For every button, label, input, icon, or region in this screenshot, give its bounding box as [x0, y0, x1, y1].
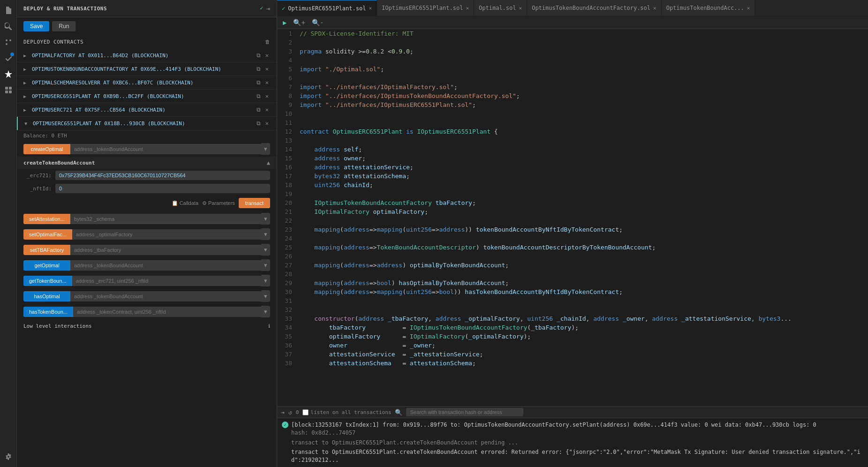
contract-item-tbafactory[interactable]: ▶ OPTIMUSTOKENBOUNDACCOUNTFACTORY AT 0X6… [17, 62, 277, 76]
sidebar-icon-search[interactable] [2, 20, 15, 33]
create-optimal-button[interactable]: createOptimal [23, 144, 70, 154]
ctba-header[interactable]: createTokenBoundAccount ▲ [17, 157, 277, 169]
tab-optimustokenbound[interactable]: OptimusTokenBoundAccountFactory.sol ✕ [527, 0, 662, 16]
deploy-panel-content: Deployed Contracts 🗑 ▶ OPTIMALFACTORY AT… [17, 35, 277, 467]
terminal-listen-checkbox[interactable]: listen on all transactions [302, 409, 391, 415]
code-editor[interactable]: 1 2 3 4 5 6 7 8 9 10 11 12 13 14 15 16 1 [277, 29, 868, 406]
svg-rect-3 [5, 87, 8, 90]
contract-item-plant1[interactable]: ▶ OPTIMUSERC6551PLANT AT 0XB9B...BC2FF (… [17, 90, 277, 103]
contract-item-optimalfactory[interactable]: ▶ OPTIMALFACTORY AT 0X011...B64D2 (BLOCK… [17, 49, 277, 62]
get-token-bound-input[interactable] [72, 276, 261, 286]
contract-item-plant2[interactable]: ▼ OPTIMUSERC6551PLANT AT 0X18B...930CB (… [17, 117, 277, 130]
copy-icon-5[interactable]: ⧉ [255, 106, 262, 113]
close-icon-1[interactable]: ✕ [264, 52, 270, 59]
set-tba-factory-input[interactable] [70, 245, 261, 255]
tab-optimuserc6551plant[interactable]: ✓ OptimusERC6551Plant.sol ✕ [277, 0, 377, 16]
zoom-in-icon[interactable]: 🔍+ [291, 18, 307, 27]
copy-icon-3[interactable]: ⧉ [255, 79, 262, 86]
contract-item-erc721[interactable]: ▶ OPTIMUSERC721 AT 0X75F...CB564 (BLOCKC… [17, 103, 277, 117]
tab-ioptimuserc6551plant[interactable]: IOptimusERC6551Plant.sol ✕ [377, 0, 474, 16]
copy-icon-2[interactable]: ⧉ [255, 65, 262, 73]
run-button[interactable]: Run [52, 21, 75, 31]
deploy-expand-icon[interactable]: ⇥ [266, 5, 270, 12]
set-attestation-dropdown[interactable]: ▾ [261, 213, 270, 225]
tab-label-1: OptimusERC6551Plant.sol [288, 5, 366, 12]
set-tba-factory-row: setTBAFactory ▾ [17, 242, 277, 257]
tab-close-3[interactable]: ✕ [519, 5, 522, 11]
erc721-label: _erc721: [23, 173, 52, 179]
get-optimal-button[interactable]: getOptimal [23, 260, 70, 271]
zoom-out-icon[interactable]: 🔍- [310, 18, 325, 27]
has-optimal-dropdown[interactable]: ▾ [261, 290, 270, 302]
tab-close-1[interactable]: ✕ [369, 5, 372, 11]
set-tba-factory-dropdown[interactable]: ▾ [261, 244, 270, 256]
svg-point-2 [6, 43, 8, 45]
low-level-icon[interactable]: ℹ [268, 323, 270, 329]
terminal-refresh-icon[interactable]: ↺ [288, 409, 292, 416]
svg-point-1 [9, 39, 11, 41]
create-optimal-input[interactable] [70, 144, 261, 154]
copy-icon-4[interactable]: ⧉ [255, 92, 262, 100]
delete-all-icon[interactable]: 🗑 [265, 39, 271, 45]
transact-button[interactable]: transact [239, 198, 270, 208]
sidebar-icon-deploy[interactable] [2, 68, 15, 81]
close-icon-6[interactable]: ✕ [264, 120, 270, 127]
has-optimal-button[interactable]: hasOptimal [23, 291, 70, 301]
nftid-input[interactable] [55, 184, 270, 193]
tab-label-5: OptimusTokenBoundAcc... [666, 5, 744, 11]
contract-name-5: OPTIMUSERC721 AT 0X75F...CB564 (BLOCKCHA… [32, 107, 252, 113]
get-optimal-input[interactable] [70, 260, 261, 271]
tab-label-3: Optimal.sol [479, 5, 516, 11]
get-token-bound-dropdown[interactable]: ▾ [261, 275, 270, 286]
params-label: Parameters [208, 200, 235, 206]
tab-close-5[interactable]: ✕ [747, 5, 750, 11]
get-optimal-dropdown[interactable]: ▾ [261, 259, 270, 271]
has-token-bound-input[interactable] [73, 307, 261, 317]
calldata-button[interactable]: 📋 Calldata [172, 200, 198, 206]
contract-name-1: OPTIMALFACTORY AT 0X011...B64D2 (BLOCKCH… [32, 53, 252, 59]
save-button[interactable]: Save [23, 21, 49, 31]
compile-run-icon[interactable]: ▶ [281, 18, 288, 27]
listen-checkbox[interactable] [302, 409, 309, 415]
set-optimal-fac-dropdown[interactable]: ▾ [261, 228, 270, 240]
parameters-button[interactable]: ⚙ Parameters [202, 200, 235, 206]
terminal-expand-icon[interactable]: ⇥ [281, 409, 285, 416]
sidebar-icon-git[interactable] [2, 36, 15, 49]
tab-close-2[interactable]: ✕ [466, 5, 469, 11]
tab-optimustokenboundacc[interactable]: OptimusTokenBoundAcc... ✕ [662, 0, 755, 16]
sidebar-icon-settings[interactable] [2, 450, 15, 463]
set-tba-factory-button[interactable]: setTBAFactory [23, 245, 70, 255]
close-icon-5[interactable]: ✕ [264, 106, 270, 113]
close-icon-2[interactable]: ✕ [264, 65, 270, 73]
svg-rect-6 [9, 90, 12, 93]
set-attestation-input[interactable] [70, 214, 261, 224]
tab-optimal[interactable]: Optimal.sol ✕ [474, 0, 527, 16]
set-attestation-button[interactable]: setAttestation... [23, 214, 70, 224]
has-token-bound-dropdown[interactable]: ▾ [261, 306, 270, 317]
has-optimal-input[interactable] [70, 291, 261, 301]
terminal-search-input[interactable] [406, 408, 523, 416]
close-icon-3[interactable]: ✕ [264, 79, 270, 86]
copy-icon-6[interactable]: ⧉ [255, 120, 262, 127]
copy-icon-1[interactable]: ⧉ [255, 52, 262, 59]
close-icon-4[interactable]: ✕ [264, 92, 270, 100]
sidebar-icon-plugin[interactable] [2, 83, 15, 97]
sidebar-icon-files[interactable] [2, 4, 15, 17]
terminal-search-icon[interactable]: 🔍 [395, 409, 402, 416]
svg-rect-4 [9, 87, 12, 90]
contract-actions-5: ⧉ ✕ [255, 106, 270, 113]
has-token-bound-button[interactable]: hasTokenBoun... [23, 307, 73, 317]
contract-name-2: OPTIMUSTOKENBOUNDACCOUNTFACTORY AT 0X69E… [32, 66, 252, 72]
create-optimal-dropdown[interactable]: ▾ [261, 143, 270, 155]
sidebar-icon-check[interactable] [2, 52, 15, 65]
set-optimal-fac-button[interactable]: setOptimalFac... [23, 229, 72, 240]
erc721-input[interactable] [55, 171, 270, 180]
get-token-bound-button[interactable]: getTokenBoun... [23, 276, 72, 286]
contract-item-schemaresolver[interactable]: ▶ OPTIMALSCHEMARESOLVERR AT 0XBC6...BF07… [17, 76, 277, 90]
tab-close-4[interactable]: ✕ [653, 5, 657, 11]
set-optimal-fac-input[interactable] [72, 229, 261, 240]
terminal: ⇥ ↺ 0 listen on all transactions 🔍 ✓ [bl… [277, 406, 868, 467]
ctba-erc721-field: _erc721: [17, 169, 277, 182]
save-run-bar: Save Run [17, 17, 277, 35]
has-optimal-row: hasOptimal ▾ [17, 288, 277, 304]
